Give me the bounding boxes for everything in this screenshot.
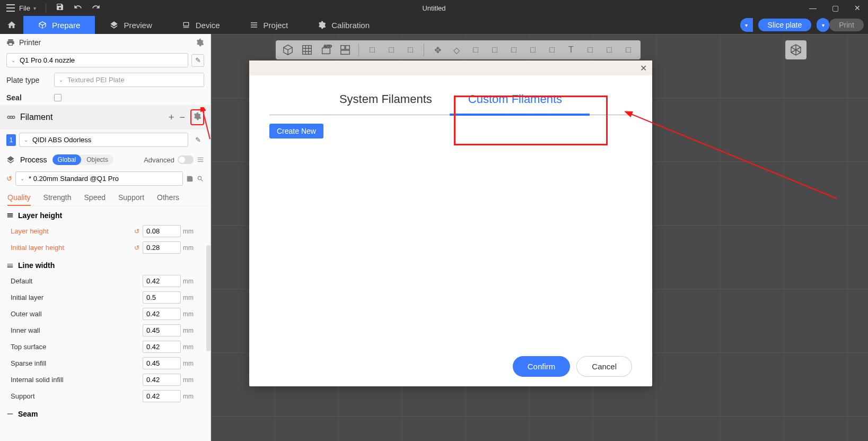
redo-icon[interactable] <box>92 3 100 13</box>
hamburger-icon[interactable] <box>6 4 15 12</box>
mesh-icon[interactable]: □ <box>525 42 541 58</box>
param-row: Inner wallmm <box>0 322 211 339</box>
slice-button[interactable]: Slice plate <box>758 19 812 31</box>
param-input[interactable] <box>143 275 181 287</box>
search-icon[interactable] <box>197 175 204 183</box>
device-icon <box>182 21 190 29</box>
printer-gear-icon[interactable] <box>196 38 204 47</box>
reset-param-icon[interactable]: ↺ <box>134 244 139 252</box>
plate-type-dropdown[interactable]: ⌄ Textured PEI Plate <box>54 73 204 87</box>
tab-preview[interactable]: Preview <box>95 16 166 34</box>
tool-2[interactable]: □ <box>383 42 399 58</box>
param-unit: mm <box>183 376 200 384</box>
svg-point-2 <box>12 116 15 119</box>
advanced-switch[interactable] <box>178 155 194 164</box>
tab-strength[interactable]: Strength <box>43 193 72 202</box>
scrollbar[interactable] <box>206 245 211 351</box>
reset-icon[interactable]: ↺ <box>6 175 12 183</box>
viewport[interactable]: AUTO □ □ □ ✥ ◇ □ □ □ □ □ T □ □ □ ✕ <box>211 34 868 441</box>
confirm-button[interactable]: Confirm <box>513 356 571 377</box>
seal-checkbox[interactable] <box>54 94 62 101</box>
tab-speed[interactable]: Speed <box>84 193 106 202</box>
window-title: Untitled <box>422 4 445 12</box>
objects-option[interactable]: Objects <box>81 154 113 165</box>
scale-icon[interactable]: □ <box>468 42 484 58</box>
group-layer-height[interactable]: Layer height <box>0 206 211 223</box>
reset-param-icon[interactable]: ↺ <box>134 228 139 235</box>
param-input[interactable] <box>143 341 181 353</box>
tab-custom-filaments[interactable]: Custom Filaments <box>450 85 580 115</box>
filament-label: Filament <box>20 113 52 122</box>
create-new-button[interactable]: Create New <box>269 124 323 139</box>
close-button[interactable]: ✕ <box>847 0 868 16</box>
edit-filament-icon[interactable]: ✎ <box>191 134 204 146</box>
tool-b[interactable]: □ <box>620 42 636 58</box>
list-icon[interactable] <box>197 156 204 163</box>
add-cube-icon[interactable] <box>280 42 296 58</box>
param-input[interactable] <box>143 390 181 402</box>
param-input[interactable] <box>143 308 181 320</box>
tool-a[interactable]: □ <box>601 42 617 58</box>
param-input[interactable] <box>143 357 181 369</box>
cut-icon[interactable]: □ <box>506 42 522 58</box>
tab-device[interactable]: Device <box>167 16 235 34</box>
param-row: Internal solid infillmm <box>0 371 211 388</box>
seal-label: Seal <box>6 93 43 102</box>
place-icon[interactable]: □ <box>487 42 503 58</box>
group-line-width[interactable]: Line width <box>0 256 211 273</box>
printer-dropdown[interactable]: ⌄ Q1 Pro 0.4 nozzle <box>6 53 188 67</box>
file-menu-label: File <box>19 4 30 12</box>
home-button[interactable] <box>0 16 23 34</box>
tab-quality[interactable]: Quality <box>7 193 31 206</box>
maximize-button[interactable]: ▢ <box>825 0 846 16</box>
filament-settings-gear[interactable] <box>190 109 204 125</box>
tab-prepare[interactable]: Prepare <box>23 16 95 34</box>
file-menu[interactable]: File ▾ <box>19 4 36 12</box>
param-input[interactable] <box>143 324 181 336</box>
layers-icon <box>6 155 15 164</box>
dialog-close-icon[interactable]: ✕ <box>640 63 647 73</box>
tab-system-filaments[interactable]: System Filaments <box>321 85 450 115</box>
move-icon[interactable]: ✥ <box>429 42 445 58</box>
add-plate-icon[interactable] <box>299 42 315 58</box>
dialog-tabs: System Filaments Custom Filaments <box>269 75 632 115</box>
rotate-icon[interactable]: ◇ <box>449 42 464 58</box>
edit-printer-icon[interactable]: ✎ <box>191 54 204 67</box>
save-preset-icon[interactable] <box>186 175 194 183</box>
print-button[interactable]: Print <box>829 19 864 31</box>
group-seam[interactable]: Seam <box>0 404 211 421</box>
slice-dropdown[interactable]: ▾ <box>740 18 753 32</box>
filament-number[interactable]: 1 <box>6 134 16 146</box>
filament-dropdown[interactable]: ⌄ QIDI ABS Odorless <box>19 133 188 147</box>
support-icon[interactable]: □ <box>544 42 560 58</box>
preset-dropdown[interactable]: ⌄ * 0.20mm Standard @Q1 Pro <box>15 171 183 186</box>
param-input[interactable] <box>143 225 181 237</box>
param-input[interactable] <box>143 374 181 386</box>
measure-icon[interactable]: □ <box>582 42 598 58</box>
add-filament-icon[interactable]: + <box>169 112 174 123</box>
global-option[interactable]: Global <box>52 154 82 165</box>
param-input[interactable] <box>143 291 181 304</box>
auto-arrange-icon[interactable]: AUTO <box>318 42 334 58</box>
tab-calibration[interactable]: Calibration <box>303 16 384 34</box>
assembly-view-icon[interactable] <box>785 40 806 59</box>
lines-icon <box>6 262 14 269</box>
param-unit: mm <box>183 343 200 351</box>
cancel-button[interactable]: Cancel <box>576 356 632 377</box>
arrange-icon[interactable] <box>337 42 353 58</box>
save-icon[interactable] <box>56 3 64 13</box>
print-dropdown[interactable]: ▾ <box>817 18 829 32</box>
printer-icon <box>6 38 15 47</box>
tab-support[interactable]: Support <box>118 193 144 202</box>
tab-others[interactable]: Others <box>157 193 179 202</box>
tab-project[interactable]: Project <box>235 16 303 34</box>
remove-filament-icon[interactable]: − <box>179 112 185 123</box>
tool-1[interactable]: □ <box>364 42 380 58</box>
param-input[interactable] <box>143 241 181 254</box>
undo-icon[interactable] <box>74 3 82 13</box>
minimize-button[interactable]: — <box>802 0 823 16</box>
global-objects-toggle[interactable]: Global Objects <box>52 154 113 165</box>
tab-calibration-label: Calibration <box>331 21 370 30</box>
text-icon[interactable]: T <box>563 42 579 58</box>
tool-3[interactable]: □ <box>402 42 418 58</box>
